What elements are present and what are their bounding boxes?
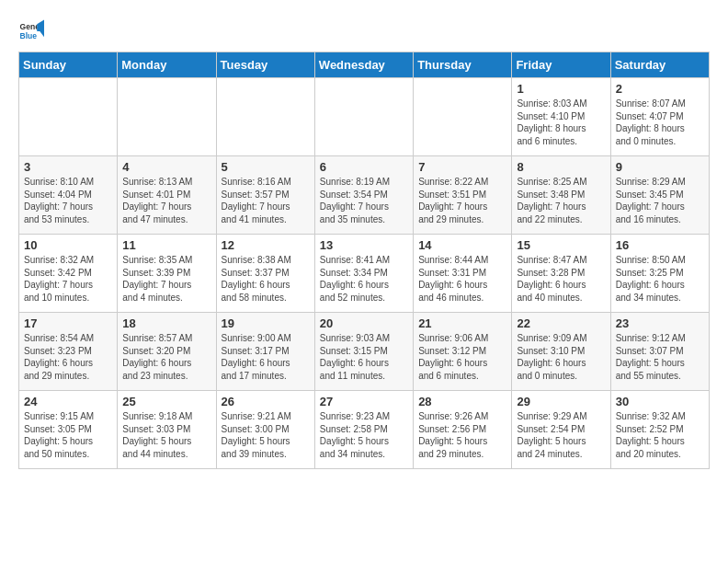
day-info: Daylight: 7 hours (222, 201, 310, 213)
calendar-cell: 10Sunrise: 8:32 AMSunset: 3:42 PMDayligh… (19, 235, 118, 313)
day-info: and 17 minutes. (222, 370, 310, 383)
day-info: Sunset: 2:52 PM (616, 423, 704, 436)
day-info: Sunrise: 8:41 AM (320, 254, 408, 267)
day-info: Daylight: 7 hours (24, 279, 112, 292)
calendar-week-1: 3Sunrise: 8:10 AMSunset: 4:04 PMDaylight… (19, 156, 710, 235)
day-info: Sunset: 4:01 PM (122, 189, 210, 201)
logo: General Blue (18, 18, 48, 44)
day-info: Sunrise: 8:25 AM (517, 176, 605, 189)
day-info: Sunrise: 9:29 AM (517, 410, 605, 423)
day-info: Sunrise: 8:07 AM (616, 98, 704, 110)
day-info: Sunset: 4:04 PM (24, 189, 112, 201)
day-info: and 47 minutes. (122, 213, 210, 226)
day-info: Sunset: 3:37 PM (222, 267, 310, 280)
day-info: and 44 minutes. (122, 448, 210, 461)
day-info: Daylight: 6 hours (222, 279, 310, 292)
day-info: Daylight: 6 hours (320, 357, 408, 370)
calendar-cell: 2Sunrise: 8:07 AMSunset: 4:07 PMDaylight… (610, 78, 709, 156)
calendar-cell: 13Sunrise: 8:41 AMSunset: 3:34 PMDayligh… (314, 235, 413, 313)
calendar-cell: 28Sunrise: 9:26 AMSunset: 2:56 PMDayligh… (414, 391, 512, 469)
calendar-cell: 27Sunrise: 9:23 AMSunset: 2:58 PMDayligh… (314, 391, 413, 469)
day-info: Sunrise: 8:03 AM (517, 98, 605, 110)
calendar-cell: 24Sunrise: 9:15 AMSunset: 3:05 PMDayligh… (19, 391, 118, 469)
day-number: 25 (122, 395, 210, 408)
day-number: 18 (122, 316, 210, 330)
day-info: Sunset: 3:15 PM (320, 345, 408, 358)
day-info: Daylight: 7 hours (24, 201, 112, 213)
day-info: and 0 minutes. (517, 370, 605, 383)
day-info: Sunset: 3:10 PM (517, 345, 605, 358)
day-info: Daylight: 6 hours (418, 279, 506, 292)
day-info: Daylight: 5 hours (320, 435, 408, 448)
day-info: Daylight: 7 hours (616, 201, 704, 213)
day-info: and 52 minutes. (320, 292, 408, 304)
calendar-week-2: 10Sunrise: 8:32 AMSunset: 3:42 PMDayligh… (19, 235, 710, 313)
day-info: Sunset: 3:23 PM (24, 345, 112, 358)
calendar-cell: 9Sunrise: 8:29 AMSunset: 3:45 PMDaylight… (610, 156, 709, 235)
day-number: 27 (320, 395, 408, 408)
calendar-week-0: 1Sunrise: 8:03 AMSunset: 4:10 PMDaylight… (19, 78, 710, 156)
day-info: Sunrise: 9:06 AM (418, 332, 506, 345)
weekday-header-wednesday: Wednesday (314, 52, 413, 78)
header: General Blue (18, 15, 710, 44)
day-info: Sunrise: 8:38 AM (222, 254, 310, 267)
day-info: and 29 minutes. (418, 448, 506, 461)
calendar-cell: 19Sunrise: 9:00 AMSunset: 3:17 PMDayligh… (216, 313, 314, 391)
day-info: Daylight: 6 hours (418, 357, 506, 370)
calendar-cell: 26Sunrise: 9:21 AMSunset: 3:00 PMDayligh… (216, 391, 314, 469)
day-info: Daylight: 6 hours (517, 357, 605, 370)
day-number: 14 (418, 238, 506, 252)
calendar-cell (19, 78, 118, 156)
day-info: and 39 minutes. (222, 448, 310, 461)
day-info: and 20 minutes. (616, 448, 704, 461)
day-info: Daylight: 5 hours (517, 435, 605, 448)
day-info: Sunrise: 9:09 AM (517, 332, 605, 345)
day-info: and 10 minutes. (24, 292, 112, 304)
calendar-cell: 16Sunrise: 8:50 AMSunset: 3:25 PMDayligh… (610, 235, 709, 313)
calendar-cell: 14Sunrise: 8:44 AMSunset: 3:31 PMDayligh… (414, 235, 512, 313)
day-info: Sunset: 3:03 PM (122, 423, 210, 436)
day-info: Sunrise: 9:00 AM (222, 332, 310, 345)
day-info: Sunset: 3:57 PM (222, 189, 310, 201)
day-number: 20 (320, 316, 408, 330)
day-number: 2 (616, 82, 704, 96)
day-number: 1 (517, 82, 605, 96)
weekday-header-friday: Friday (512, 52, 610, 78)
day-info: Sunrise: 8:29 AM (616, 176, 704, 189)
day-info: Daylight: 8 hours (517, 122, 605, 135)
day-number: 8 (517, 160, 605, 174)
day-number: 3 (24, 160, 112, 174)
day-info: and 58 minutes. (222, 292, 310, 304)
day-info: and 4 minutes. (122, 292, 210, 304)
day-info: Daylight: 6 hours (517, 279, 605, 292)
day-number: 29 (517, 395, 605, 408)
day-number: 9 (616, 160, 704, 174)
calendar: SundayMondayTuesdayWednesdayThursdayFrid… (18, 52, 710, 469)
day-info: Sunset: 3:51 PM (418, 189, 506, 201)
calendar-cell: 30Sunrise: 9:32 AMSunset: 2:52 PMDayligh… (610, 391, 709, 469)
weekday-header-tuesday: Tuesday (216, 52, 314, 78)
calendar-cell: 8Sunrise: 8:25 AMSunset: 3:48 PMDaylight… (512, 156, 610, 235)
calendar-cell: 12Sunrise: 8:38 AMSunset: 3:37 PMDayligh… (216, 235, 314, 313)
day-info: and 29 minutes. (418, 213, 506, 226)
day-info: Sunset: 2:58 PM (320, 423, 408, 436)
day-info: and 34 minutes. (320, 448, 408, 461)
day-info: Sunset: 4:10 PM (517, 110, 605, 123)
day-info: Sunset: 3:39 PM (122, 267, 210, 280)
day-info: Sunset: 3:25 PM (616, 267, 704, 280)
calendar-cell: 7Sunrise: 8:22 AMSunset: 3:51 PMDaylight… (414, 156, 512, 235)
weekday-header-row: SundayMondayTuesdayWednesdayThursdayFrid… (19, 52, 710, 78)
weekday-header-thursday: Thursday (414, 52, 512, 78)
calendar-cell (216, 78, 314, 156)
day-info: Daylight: 6 hours (24, 357, 112, 370)
weekday-header-saturday: Saturday (610, 52, 709, 78)
calendar-week-4: 24Sunrise: 9:15 AMSunset: 3:05 PMDayligh… (19, 391, 710, 469)
day-info: Daylight: 5 hours (418, 435, 506, 448)
day-info: Sunset: 3:05 PM (24, 423, 112, 436)
day-info: and 22 minutes. (517, 213, 605, 226)
day-info: Sunrise: 9:18 AM (122, 410, 210, 423)
day-number: 30 (616, 395, 704, 408)
day-info: and 23 minutes. (122, 370, 210, 383)
day-info: Daylight: 7 hours (122, 279, 210, 292)
svg-text:Blue: Blue (20, 31, 38, 40)
